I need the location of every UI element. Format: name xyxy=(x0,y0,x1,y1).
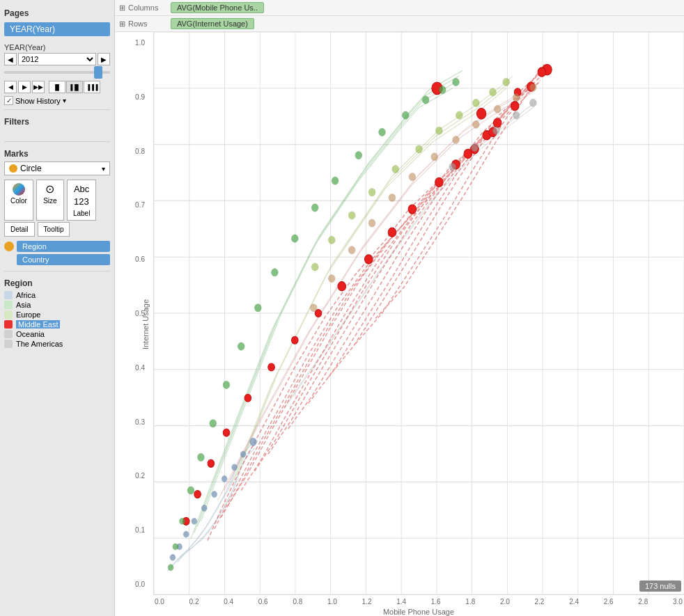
svg-point-55 xyxy=(232,464,238,471)
svg-point-89 xyxy=(368,189,375,196)
svg-point-82 xyxy=(503,78,510,86)
speed-fast[interactable]: ▐▐▐ xyxy=(84,81,100,93)
year-slider[interactable] xyxy=(4,71,110,74)
svg-point-95 xyxy=(494,105,501,113)
x-tick-0.2: 0.2 xyxy=(189,598,199,606)
x-tick-2.2: 2.2 xyxy=(535,598,545,606)
marks-dropdown-arrow: ▾ xyxy=(102,165,105,173)
pages-title: Pages xyxy=(4,8,110,18)
playback-play[interactable]: ▶ xyxy=(18,81,31,93)
marks-detail-btn[interactable]: Detail xyxy=(4,222,35,237)
svg-point-105 xyxy=(529,99,536,106)
svg-point-74 xyxy=(238,342,244,350)
svg-point-99 xyxy=(409,173,416,181)
y-tick-1.0: 1.0 xyxy=(135,39,148,47)
europe-label: Europe xyxy=(16,310,40,319)
svg-point-77 xyxy=(198,453,205,461)
svg-point-81 xyxy=(168,564,173,571)
asia-label: Asia xyxy=(16,301,31,309)
svg-point-70 xyxy=(311,204,318,212)
svg-point-54 xyxy=(240,451,246,457)
oceania-label: Oceania xyxy=(16,330,45,338)
chart-canvas[interactable]: 173 nulls xyxy=(153,32,684,595)
y-tick-0.2: 0.2 xyxy=(135,472,148,480)
marks-type-dropdown[interactable]: Circle ▾ xyxy=(4,161,110,175)
x-tick-1.2: 1.2 xyxy=(362,598,372,606)
svg-point-100 xyxy=(389,194,396,201)
svg-point-58 xyxy=(201,505,207,512)
year-prev-btn[interactable]: ◀ xyxy=(4,53,17,65)
rows-shelf-pill[interactable]: AVG(Internet Usage) xyxy=(171,18,254,29)
region-pill-label[interactable]: Region xyxy=(17,241,110,252)
svg-point-106 xyxy=(513,111,520,119)
svg-point-53 xyxy=(250,438,257,445)
show-history-arrow[interactable]: ▾ xyxy=(63,97,66,104)
x-tick-2.8: 2.8 xyxy=(638,598,648,606)
country-mark-pill[interactable]: Country xyxy=(4,254,110,265)
y-tick-0.8: 0.8 xyxy=(135,148,148,155)
svg-point-78 xyxy=(187,487,194,494)
africa-label: Africa xyxy=(16,291,36,299)
marks-size-label: Size xyxy=(43,197,56,205)
size-icon: ⊙ xyxy=(45,183,54,196)
svg-point-43 xyxy=(208,459,215,467)
legend-oceania[interactable]: Oceania xyxy=(4,330,110,338)
legend-asia[interactable]: Asia xyxy=(4,301,110,309)
marks-size-btn[interactable]: ⊙ Size xyxy=(36,180,64,221)
speed-slow[interactable]: ▐▌ xyxy=(49,81,65,93)
show-history-checkbox[interactable]: ✓ xyxy=(4,96,13,105)
label-icon: Abc123 xyxy=(74,183,89,208)
columns-shelf-pill[interactable]: AVG(Mobile Phone Us.. xyxy=(171,2,264,13)
pages-year-pill[interactable]: YEAR(Year) xyxy=(4,22,110,36)
y-tick-0.1: 0.1 xyxy=(135,526,148,534)
svg-point-107 xyxy=(492,127,499,134)
y-tick-0.3: 0.3 xyxy=(135,418,148,426)
svg-point-93 xyxy=(529,84,536,91)
speed-med[interactable]: ▐▐▌ xyxy=(66,81,83,93)
svg-point-57 xyxy=(212,491,217,498)
x-axis-labels: 0.0 0.2 0.4 0.6 0.8 1.0 1.2 1.4 1.6 1.8 … xyxy=(153,595,684,606)
svg-point-104 xyxy=(310,304,317,312)
legend-americas[interactable]: The Americas xyxy=(4,340,110,348)
x-tick-1.0: 1.0 xyxy=(327,598,337,606)
middle-east-label: Middle East xyxy=(16,320,60,329)
svg-point-39 xyxy=(291,336,298,344)
region-mark-pill[interactable]: Region xyxy=(4,241,110,252)
marks-tooltip-btn[interactable]: Tooltip xyxy=(38,222,70,237)
svg-point-90 xyxy=(348,212,355,219)
x-tick-0.6: 0.6 xyxy=(258,598,268,606)
legend-africa[interactable]: Africa xyxy=(4,291,110,299)
asia-color xyxy=(4,301,13,309)
playback-next[interactable]: ▶▶ xyxy=(32,81,45,93)
svg-point-102 xyxy=(348,246,355,254)
svg-point-65 xyxy=(422,96,429,104)
filters-title: Filters xyxy=(4,117,110,127)
show-history-label: Show History xyxy=(15,97,61,105)
show-history-control[interactable]: ✓ Show History ▾ xyxy=(4,96,110,105)
svg-point-80 xyxy=(173,544,178,550)
svg-point-109 xyxy=(449,163,456,171)
year-next-btn[interactable]: ▶ xyxy=(98,53,110,65)
svg-point-71 xyxy=(291,235,298,242)
marks-label-btn[interactable]: Abc123 Label xyxy=(67,180,96,221)
americas-color xyxy=(4,340,13,348)
legend-europe[interactable]: Europe xyxy=(4,310,110,319)
country-pill-label[interactable]: Country xyxy=(17,254,110,265)
x-tick-2.4: 2.4 xyxy=(569,598,579,606)
svg-point-42 xyxy=(223,429,230,436)
marks-color-label: Color xyxy=(10,197,27,205)
svg-point-75 xyxy=(223,381,230,388)
playback-prev[interactable]: ◀ xyxy=(4,81,17,93)
marks-color-btn[interactable]: Color xyxy=(4,180,33,221)
legend-middle-east[interactable]: Middle East xyxy=(4,320,110,329)
svg-point-76 xyxy=(210,420,217,427)
x-tick-0.4: 0.4 xyxy=(224,598,233,606)
svg-point-50 xyxy=(538,68,546,77)
year-select[interactable]: 2012 xyxy=(18,53,96,65)
svg-point-86 xyxy=(436,127,443,134)
chart-area: Internet Usage 1.0 0.9 0.8 0.7 0.6 0.5 0… xyxy=(115,32,684,616)
y-tick-0.9: 0.9 xyxy=(135,93,148,101)
marks-label-label: Label xyxy=(73,210,90,217)
year-control-label: YEAR(Year) xyxy=(4,43,110,52)
x-tick-0.0: 0.0 xyxy=(155,598,164,606)
